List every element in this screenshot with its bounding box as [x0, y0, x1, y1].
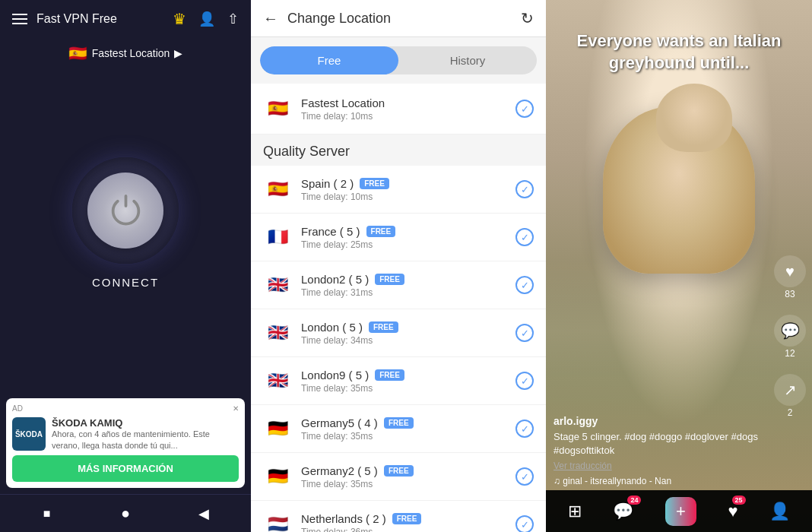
server-item[interactable]: 🇳🇱 Netherlands ( 2 ) FREE Time delay: 36… — [251, 501, 546, 532]
fastest-location-item[interactable]: 🇪🇸 Fastest Location Time delay: 10ms ✓ — [251, 84, 546, 135]
tiktok-comment-action[interactable]: 💬 12 — [774, 315, 806, 359]
tab-free[interactable]: Free — [260, 46, 398, 74]
server-item[interactable]: 🇬🇧 London2 ( 5 ) FREE Time delay: 31ms ✓ — [251, 261, 546, 309]
back-button[interactable]: ← — [263, 10, 278, 27]
server-name-row: London9 ( 5 ) FREE — [301, 369, 506, 382]
hamburger-icon[interactable] — [12, 14, 27, 24]
server-delay: Time delay: 31ms — [301, 287, 506, 298]
tiktok-comment-icon: 💬 — [774, 315, 806, 347]
tiktok-comment-count: 12 — [785, 348, 795, 359]
tiktok-music: ♫ ginal - itsreallynando - Nan — [553, 476, 766, 486]
tiktok-panel: Everyone wants an Italian greyhound unti… — [546, 0, 812, 532]
connect-button[interactable] — [72, 157, 179, 264]
server-name-row: France ( 5 ) FREE — [301, 225, 506, 238]
server-name-row: London2 ( 5 ) FREE — [301, 273, 506, 286]
server-flag: 🇳🇱 — [263, 510, 292, 532]
server-info: Netherlands ( 2 ) FREE Time delay: 36ms — [301, 512, 506, 533]
crown-icon[interactable]: ♛ — [173, 10, 186, 28]
server-name: Germany5 ( 4 ) — [301, 416, 378, 429]
server-flag: 🇬🇧 — [263, 366, 292, 395]
server-item[interactable]: 🇫🇷 France ( 5 ) FREE Time delay: 25ms ✓ — [251, 214, 546, 261]
server-flag: 🇩🇪 — [263, 462, 292, 491]
ad-logo-text: ŠKODA — [15, 430, 43, 439]
tiktok-plus-icon: + — [676, 502, 686, 521]
server-item[interactable]: 🇬🇧 London9 ( 5 ) FREE Time delay: 35ms ✓ — [251, 357, 546, 405]
nav-home-icon[interactable]: ● — [117, 505, 134, 522]
free-badge: FREE — [384, 417, 414, 429]
server-info: London2 ( 5 ) FREE Time delay: 31ms — [301, 273, 506, 298]
vpn-panel: Fast VPN Free ♛ 👤 ⇧ 🇪🇸 Fastest Location … — [0, 0, 251, 532]
ad-banner: AD ✕ ŠKODA ŠKODA KAMIQ Ahora, con 4 años… — [6, 398, 245, 488]
refresh-icon[interactable]: ↻ — [521, 9, 534, 27]
tiktok-nav-profile[interactable]: 👤 — [769, 502, 790, 521]
server-name-row: Germany2 ( 5 ) FREE — [301, 464, 506, 477]
server-name-row: Germany5 ( 4 ) FREE — [301, 416, 506, 429]
server-check-icon: ✓ — [515, 228, 534, 246]
server-name: London9 ( 5 ) — [301, 369, 369, 382]
server-info: Spain ( 2 ) FREE Time delay: 10ms — [301, 177, 506, 202]
tiktok-like-count: 83 — [785, 289, 795, 299]
server-info: Germany5 ( 4 ) FREE Time delay: 35ms — [301, 416, 506, 442]
server-check-icon: ✓ — [515, 420, 534, 438]
tiktok-like-action[interactable]: ♥ 83 — [774, 255, 806, 299]
free-badge: FREE — [366, 226, 396, 237]
tiktok-share-icon: ↗ — [774, 374, 806, 406]
tiktok-add-button[interactable]: + — [665, 497, 696, 526]
fastest-location-delay: Time delay: 10ms — [301, 111, 506, 122]
dog-head — [656, 84, 732, 152]
tiktok-share-count: 2 — [788, 407, 793, 418]
ad-text: ŠKODA KAMIQ Ahora, con 4 años de manteni… — [52, 417, 239, 451]
ad-label: AD — [12, 404, 23, 413]
server-item[interactable]: 🇩🇪 Germany2 ( 5 ) FREE Time delay: 35ms … — [251, 453, 546, 501]
server-delay: Time delay: 35ms — [301, 431, 506, 442]
connect-label: CONNECT — [92, 276, 159, 289]
ad-title: ŠKODA KAMIQ — [52, 417, 239, 429]
bottom-nav: ■ ● ◀ — [0, 494, 251, 532]
tab-history[interactable]: History — [398, 46, 537, 74]
ad-logo: ŠKODA — [12, 417, 46, 451]
fastest-location-info: Fastest Location Time delay: 10ms — [301, 97, 506, 122]
ad-cta-button[interactable]: MÁS INFORMACIÓN — [12, 455, 239, 482]
ad-header: AD ✕ — [12, 404, 239, 413]
server-delay: Time delay: 35ms — [301, 383, 506, 394]
tiktok-nav-inbox[interactable]: 💬 24 — [613, 502, 633, 521]
server-name: Spain ( 2 ) — [301, 177, 354, 190]
tiktok-nav-notifications[interactable]: ♥ 25 — [728, 502, 737, 521]
nav-square-icon[interactable]: ■ — [39, 505, 56, 522]
server-info: London ( 5 ) FREE Time delay: 34ms — [301, 321, 506, 346]
share-icon[interactable]: ⇧ — [227, 11, 239, 27]
ad-description: Ahora, con 4 años de mantenimiento. Este… — [52, 429, 239, 451]
server-name: Germany2 ( 5 ) — [301, 464, 378, 477]
free-badge: FREE — [384, 465, 414, 477]
tiktok-username: arlo.iggy — [553, 415, 766, 427]
nav-back-icon[interactable]: ◀ — [195, 505, 212, 522]
panel-header: ← Change Location ↻ — [251, 0, 546, 37]
server-name: Netherlands ( 2 ) — [301, 512, 386, 525]
tab-bar: Free History — [260, 46, 537, 74]
fastest-check-icon: ✓ — [515, 100, 534, 118]
server-item[interactable]: 🇩🇪 Germany5 ( 4 ) FREE Time delay: 35ms … — [251, 405, 546, 453]
server-name: France ( 5 ) — [301, 225, 360, 238]
tiktok-share-action[interactable]: ↗ 2 — [774, 374, 806, 418]
top-bar: Fast VPN Free ♛ 👤 ⇧ — [0, 0, 251, 38]
server-check-icon: ✓ — [515, 324, 534, 342]
tiktok-right-actions: ♥ 83 💬 12 ↗ 2 — [774, 255, 806, 418]
server-flag: 🇪🇸 — [263, 175, 292, 204]
server-item[interactable]: 🇪🇸 Spain ( 2 ) FREE Time delay: 10ms ✓ — [251, 166, 546, 214]
server-list: 🇪🇸 Fastest Location Time delay: 10ms ✓ Q… — [251, 84, 546, 532]
tiktok-nav-home[interactable]: ⊞ — [568, 502, 582, 521]
server-check-icon: ✓ — [515, 180, 534, 198]
quality-server-header: Quality Server — [251, 135, 546, 166]
server-flag: 🇬🇧 — [263, 271, 292, 299]
top-bar-left: Fast VPN Free — [12, 12, 117, 26]
panel-title: Change Location — [287, 11, 512, 27]
tiktok-translate-link[interactable]: Ver traducción — [553, 461, 766, 471]
server-check-icon: ✓ — [515, 372, 534, 390]
profile-icon[interactable]: 👤 — [198, 11, 215, 27]
tiktok-heart-icon: ♥ — [774, 255, 806, 287]
tiktok-video: Everyone wants an Italian greyhound unti… — [546, 0, 812, 532]
server-item[interactable]: 🇬🇧 London ( 5 ) FREE Time delay: 34ms ✓ — [251, 309, 546, 357]
tiktok-notification-badge: 25 — [732, 496, 746, 505]
tiktok-music-text: ♫ ginal - itsreallynando - Nan — [553, 476, 671, 486]
ad-close-icon[interactable]: ✕ — [233, 404, 239, 413]
